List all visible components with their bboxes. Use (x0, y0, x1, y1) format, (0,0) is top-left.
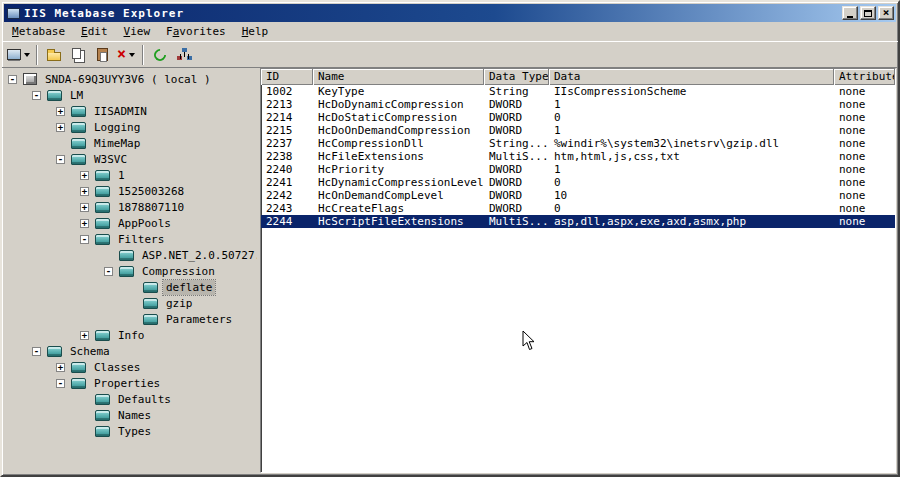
tree-node-mimemap[interactable]: MimeMap (4, 135, 257, 151)
table-row-2241[interactable]: 2241HcDynamicCompressionLevelDWORD0none (261, 176, 895, 189)
collapse-icon[interactable]: - (8, 75, 17, 84)
column-header-data-type[interactable]: Data Type (484, 69, 549, 85)
delete-button[interactable] (114, 44, 138, 66)
column-header-id[interactable]: ID (261, 69, 313, 85)
menu-item-help[interactable]: Help (234, 23, 277, 41)
table-row-2240[interactable]: 2240HcPriorityDWORD1none (261, 163, 895, 176)
tree-node-apppools[interactable]: +AppPools (4, 215, 257, 231)
tree-node-1878807110[interactable]: +1878807110 (4, 199, 257, 215)
table-row-1002[interactable]: 1002KeyTypeStringIIsCompressionSchemenon… (261, 85, 895, 98)
expand-icon[interactable]: + (80, 203, 89, 212)
table-row-2242[interactable]: 2242HcOnDemandCompLevelDWORD10none (261, 189, 895, 202)
tree-node-1525003268[interactable]: +1525003268 (4, 183, 257, 199)
metabase-key-icon (95, 234, 110, 245)
tree-node-filters[interactable]: -Filters (4, 231, 257, 247)
tree-node-compression[interactable]: -Compression (4, 263, 257, 279)
tree-node-info[interactable]: +Info (4, 327, 257, 343)
table-cell: HcPriority (313, 163, 484, 176)
expand-icon[interactable]: + (80, 171, 89, 180)
tree-node-names[interactable]: Names (4, 407, 257, 423)
tree-node-defaults[interactable]: Defaults (4, 391, 257, 407)
tree-node-label: Parameters (163, 312, 235, 327)
open-button[interactable] (42, 44, 66, 66)
metabase-key-icon (95, 410, 110, 421)
table-cell: none (834, 176, 895, 189)
network-button[interactable] (172, 44, 196, 66)
table-row-2237[interactable]: 2237HcCompressionDllString...%windir%\sy… (261, 137, 895, 150)
expand-icon[interactable]: + (56, 363, 65, 372)
refresh-button[interactable] (148, 44, 172, 66)
menu-item-metabase[interactable]: Metabase (4, 23, 73, 41)
close-button[interactable]: × (878, 6, 894, 20)
tree-node-label: Info (115, 328, 148, 343)
tree-node-types[interactable]: Types (4, 423, 257, 439)
tree-node-properties[interactable]: -Properties (4, 375, 257, 391)
column-header-data[interactable]: Data (549, 69, 834, 85)
dropdown-arrow-icon (129, 53, 135, 57)
tree-node-label: Properties (91, 376, 163, 391)
table-row-2243[interactable]: 2243HcCreateFlagsDWORD0none (261, 202, 895, 215)
tree-node-gzip[interactable]: gzip (4, 295, 257, 311)
expand-icon[interactable]: + (80, 331, 89, 340)
tree-node-schema[interactable]: -Schema (4, 343, 257, 359)
tree-node-label: AppPools (115, 216, 174, 231)
collapse-icon[interactable]: - (104, 267, 113, 276)
expand-icon[interactable]: + (80, 187, 89, 196)
table-cell: 2214 (261, 111, 313, 124)
tree-node-label: MimeMap (91, 136, 143, 151)
table-row-2215[interactable]: 2215HcDoOnDemandCompressionDWORD1none (261, 124, 895, 137)
table-cell: %windir%\system32\inetsrv\gzip.dll (549, 137, 834, 150)
table-cell: DWORD (484, 176, 549, 189)
copy-button[interactable] (66, 44, 90, 66)
paste-button[interactable] (90, 44, 114, 66)
table-cell: String... (484, 137, 549, 150)
table-cell: 1 (549, 98, 834, 111)
tree-node-iisadmin[interactable]: +IISADMIN (4, 103, 257, 119)
expand-icon[interactable]: + (80, 219, 89, 228)
table-cell: 0 (549, 176, 834, 189)
menu-item-edit[interactable]: Edit (73, 23, 116, 41)
tree-node-1[interactable]: +1 (4, 167, 257, 183)
tree-node-snda-69q3uyy3v6-local[interactable]: -SNDA-69Q3UYY3V6 ( local ) (4, 71, 257, 87)
table-cell: MultiS... (484, 215, 549, 228)
delete-icon (117, 48, 126, 62)
table-row-2244[interactable]: 2244HcScriptFileExtensionsMultiS...asp,d… (261, 215, 895, 228)
collapse-icon[interactable]: - (32, 347, 41, 356)
table-cell: none (834, 163, 895, 176)
network-icon (177, 48, 191, 61)
metabase-key-icon (143, 282, 158, 293)
tree-node-deflate[interactable]: deflate (4, 279, 257, 295)
table-cell: HcFileExtensions (313, 150, 484, 163)
menu-item-favorites[interactable]: Favorites (158, 23, 234, 41)
toolbar-separator (36, 45, 38, 65)
collapse-icon[interactable]: - (56, 379, 65, 388)
connect-button[interactable] (5, 44, 32, 66)
table-cell: HcDynamicCompressionLevel (313, 176, 484, 189)
tree-node-lm[interactable]: -LM (4, 87, 257, 103)
column-header-attributes[interactable]: Attributes (834, 69, 895, 85)
minimize-button[interactable] (842, 6, 858, 20)
table-cell: 2215 (261, 124, 313, 137)
tree-node-classes[interactable]: +Classes (4, 359, 257, 375)
expand-icon[interactable]: + (56, 123, 65, 132)
table-cell: 1 (549, 163, 834, 176)
menu-item-view[interactable]: View (116, 23, 159, 41)
table-cell: asp,dll,aspx,exe,axd,asmx,php (549, 215, 834, 228)
table-row-2213[interactable]: 2213HcDoDynamicCompressionDWORD1none (261, 98, 895, 111)
collapse-icon[interactable]: - (32, 91, 41, 100)
metabase-key-icon (71, 106, 86, 117)
table-cell: none (834, 215, 895, 228)
metabase-key-icon (95, 218, 110, 229)
collapse-icon[interactable]: - (80, 235, 89, 244)
tree-node-logging[interactable]: +Logging (4, 119, 257, 135)
expand-icon[interactable]: + (56, 107, 65, 116)
tree-node-parameters[interactable]: Parameters (4, 311, 257, 327)
table-row-2238[interactable]: 2238HcFileExtensionsMultiS...htm,html,js… (261, 150, 895, 163)
maximize-button[interactable] (860, 6, 876, 20)
tree-node-w3svc[interactable]: -W3SVC (4, 151, 257, 167)
tree-node-asp-net-2-0-50727-0[interactable]: ASP.NET_2.0.50727.0 (4, 247, 257, 263)
column-header-name[interactable]: Name (313, 69, 484, 85)
collapse-icon[interactable]: - (56, 155, 65, 164)
table-row-2214[interactable]: 2214HcDoStaticCompressionDWORD0none (261, 111, 895, 124)
metabase-key-icon (119, 250, 134, 261)
